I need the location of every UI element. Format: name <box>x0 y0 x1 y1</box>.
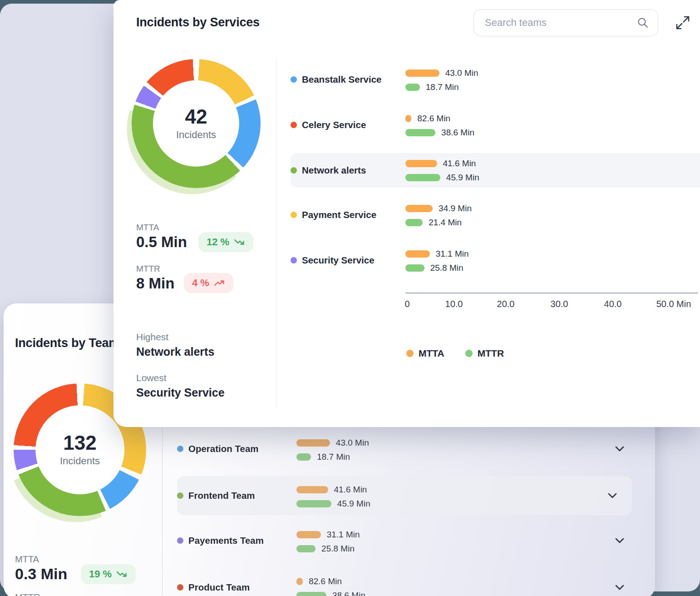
service-bars: 82.6 Min 38.6 Min <box>405 108 700 142</box>
service-name: Network alerts <box>302 165 366 176</box>
service-color-dot <box>291 257 297 263</box>
service-name: Celery Service <box>302 119 366 130</box>
team-label: Operation Team <box>177 443 296 454</box>
team-color-dot <box>177 492 183 499</box>
team-name: Frontend Team <box>188 490 255 501</box>
search-icon <box>637 17 649 29</box>
mtta-bar <box>405 160 437 167</box>
mtta-bar <box>296 531 321 538</box>
mtta-value: 0.5 Min <box>136 233 187 251</box>
search-input[interactable] <box>474 17 637 29</box>
axis-tick: 20.0 <box>497 299 515 309</box>
mtta-value: 43.0 Min <box>445 68 478 78</box>
team-color-dot <box>177 584 183 591</box>
mttr-value: 45.9 Min <box>337 499 370 509</box>
team-color-dot <box>177 446 183 452</box>
service-name: Payment Service <box>302 209 376 220</box>
services-donut-center: 42 Incidents <box>153 80 239 167</box>
services-incident-count: 42 <box>185 106 207 127</box>
mttr-bar <box>405 264 424 272</box>
axis-tick: 50.0 Min <box>656 299 691 309</box>
mttr-bar <box>296 453 311 461</box>
team-row-operation[interactable]: Operation Team 43.0 Min 18.7 Min <box>177 432 639 466</box>
mtta-value: 34.9 Min <box>439 204 472 214</box>
service-row-celery[interactable]: Celery Service 82.6 Min 38.6 Min <box>291 108 700 142</box>
service-row-beanstalk[interactable]: Beanstalk Service 43.0 Min 18.7 Min <box>291 63 700 96</box>
chevron-down-icon[interactable] <box>608 493 632 498</box>
axis-tick: 40.0 <box>604 299 622 309</box>
mtta-value: 41.6 Min <box>443 159 476 169</box>
service-label: Security Service <box>291 255 405 266</box>
service-label: Celery Service <box>291 119 405 130</box>
teams-donut-center: 132 Incidents <box>35 405 124 494</box>
teams-mttr-label: MTTR <box>15 592 40 596</box>
service-bars: 31.1 Min 25.8 Min <box>405 243 700 277</box>
mtta-value: 82.6 Min <box>417 114 450 124</box>
services-card-title: Incidents by Services <box>136 15 260 30</box>
services-divider <box>276 58 276 409</box>
mttr-value: 25.8 Min <box>321 544 355 554</box>
team-row-frontend[interactable]: Frontend Team 41.6 Min 45.9 Min <box>177 476 632 515</box>
teams-incident-count: 132 <box>63 432 96 453</box>
mttr-bar <box>405 129 435 136</box>
service-name: Security Service <box>302 255 375 266</box>
mtta-value: 82.6 Min <box>309 576 342 586</box>
mtta-value: 31.1 Min <box>327 530 360 540</box>
team-row-product[interactable]: Product Team 82.6 Min 38.6 Min <box>177 571 639 596</box>
x-axis-line <box>405 293 698 293</box>
x-axis-ticks: 0 10.0 20.0 30.0 40.0 50.0 Min <box>113 299 700 313</box>
service-bars: 34.9 Min 21.4 Min <box>405 198 700 232</box>
service-row-payment[interactable]: Payment Service 34.9 Min 21.4 Min <box>291 198 700 232</box>
team-color-dot <box>177 537 183 544</box>
service-label: Beanstalk Service <box>291 74 405 85</box>
mttr-trend-pct: 4 % <box>192 277 209 289</box>
mttr-bar <box>296 500 331 507</box>
mtta-trend-badge: 12 % <box>198 232 253 252</box>
mtta-value: 43.0 Min <box>336 438 369 448</box>
axis-tick: 10.0 <box>445 299 463 309</box>
legend-dot-mttr <box>465 350 473 357</box>
legend-item-mttr: MTTR <box>465 348 504 359</box>
mtta-label: MTTA <box>136 223 159 233</box>
mttr-value: 18.7 Min <box>426 82 459 92</box>
team-bars: 82.6 Min 38.6 Min <box>296 571 587 596</box>
expand-icon[interactable] <box>675 15 690 30</box>
service-bars: 41.6 Min 45.9 Min <box>405 153 700 188</box>
service-color-dot <box>291 167 297 174</box>
team-bars: 31.1 Min 25.8 Min <box>296 524 587 557</box>
team-label: Frontend Team <box>177 490 296 501</box>
lowest-value: Security Service <box>136 386 225 399</box>
chevron-down-icon[interactable] <box>615 585 639 590</box>
team-name: Payements Team <box>188 535 264 546</box>
trend-up-icon <box>213 279 225 287</box>
mttr-value: 18.7 Min <box>317 452 350 462</box>
services-donut-chart: 42 Incidents <box>132 59 261 188</box>
service-row-network-alerts[interactable]: Network alerts 41.6 Min 45.9 Min <box>291 153 700 188</box>
mttr-value: 21.4 Min <box>429 218 462 228</box>
search-teams-box <box>473 9 658 36</box>
legend-item-mtta: MTTA <box>406 348 444 359</box>
service-row-security[interactable]: Security Service 31.1 Min 25.8 Min <box>291 243 700 277</box>
mtta-bar <box>405 205 433 212</box>
lowest-label: Lowest <box>136 372 167 383</box>
chart-legend: MTTA MTTR <box>406 348 504 359</box>
service-bars: 43.0 Min 18.7 Min <box>405 63 700 96</box>
teams-mtta-trend-badge: 19 % <box>81 564 136 584</box>
teams-mtta-label: MTTA <box>15 554 39 565</box>
service-color-dot <box>291 76 297 83</box>
chevron-down-icon[interactable] <box>615 446 639 452</box>
teams-card-title: Incidents by Teams <box>15 336 126 350</box>
team-label: Payements Team <box>177 535 296 546</box>
trend-down-icon <box>116 571 128 578</box>
mtta-bar <box>296 486 328 493</box>
chevron-down-icon[interactable] <box>615 538 639 543</box>
trend-down-icon <box>233 238 245 246</box>
incidents-by-services-card: Incidents by Services 42 Incidents MTTA … <box>113 0 700 427</box>
team-row-payements[interactable]: Payements Team 31.1 Min 25.8 Min <box>177 524 639 557</box>
services-incident-count-label: Incidents <box>176 129 216 141</box>
mttr-trend-badge: 4 % <box>184 273 233 293</box>
team-name: Operation Team <box>188 443 259 454</box>
mtta-bar <box>405 70 439 77</box>
mttr-value: 38.6 Min <box>332 591 365 596</box>
mttr-value: 25.8 Min <box>430 263 463 273</box>
